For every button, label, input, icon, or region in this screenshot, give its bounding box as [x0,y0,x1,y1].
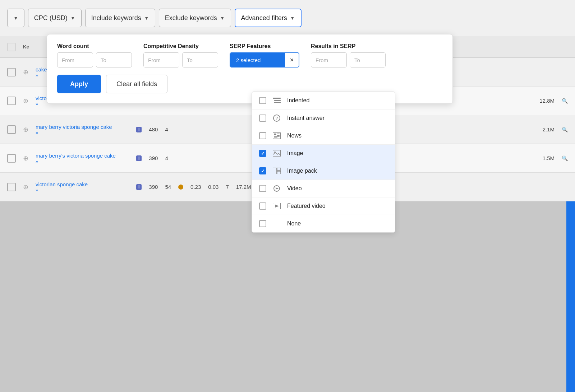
volume: 390 [149,155,158,161]
keyword-arrows: » [36,187,129,193]
featured-video-checkbox[interactable] [259,202,266,210]
col5: 7 [226,184,229,190]
expand-icon[interactable]: ⊕ [23,126,28,134]
svg-rect-1 [274,100,281,101]
results-in-serp-group: Results in SERP [311,43,386,67]
svg-marker-17 [276,187,279,190]
apply-button[interactable]: Apply [57,75,101,93]
instant-answer-checkbox[interactable] [259,115,266,122]
serp-option-video[interactable]: Video [252,180,395,197]
include-keywords-filter-btn[interactable]: Include keywords ▼ [85,9,155,27]
svg-rect-8 [277,135,280,136]
news-checkbox[interactable] [259,132,266,139]
news-label: News [287,132,302,139]
svg-rect-10 [274,137,277,138]
action-row: Apply Clear all fields [57,75,442,93]
row-checkbox[interactable] [7,125,16,134]
serp-option-none[interactable]: None [252,215,395,232]
exclude-keywords-filter-btn[interactable]: Exclude keywords ▼ [159,9,231,27]
image-icon [272,150,281,157]
filter-options-row: Word count Competitive Density SERP Feat… [57,43,442,67]
results: 12.8M [539,98,555,104]
serp-option-news[interactable]: News [252,127,395,145]
svg-text:?: ? [275,116,278,121]
image-checkbox[interactable] [259,150,266,157]
svg-rect-7 [277,134,280,134]
chevron-icon: ▼ [13,15,18,21]
image-pack-icon [272,167,281,174]
results-in-serp-inputs [311,52,386,67]
word-count-from-input[interactable] [57,52,93,67]
none-icon [272,220,281,227]
cpc-filter-btn[interactable]: CPC (USD) ▼ [28,9,82,27]
col2: 54 [165,184,171,190]
row-checkbox[interactable] [7,154,16,163]
expand-icon[interactable]: ⊕ [23,154,28,162]
cpc-chevron-icon: ▼ [70,15,75,21]
serp-selected-box[interactable]: 2 selected × [230,52,299,67]
results-from-input[interactable] [311,52,347,67]
row-checkbox[interactable] [7,183,16,191]
none-checkbox[interactable] [259,220,266,227]
search-icon: 🔍 [562,98,568,104]
svg-rect-11 [273,150,281,157]
image-pack-checkbox[interactable] [259,167,266,174]
featured-video-label: Featured video [287,203,326,209]
advanced-filters-btn[interactable]: Advanced filters ▼ [235,9,302,27]
results: 1.5M [543,155,555,161]
serp-option-image[interactable]: Image [252,145,395,162]
results-in-serp-label: Results in SERP [311,43,386,50]
serp-clear-btn[interactable]: × [284,53,299,67]
expand-icon[interactable]: ⊕ [23,68,28,76]
image-pack-label: Image pack [287,168,317,174]
keyword-arrows: » [36,159,129,164]
image-label: Image [287,150,303,157]
keyword-text: mary berry victoria sponge cake [36,124,129,130]
word-count-to-input[interactable] [96,52,132,67]
indented-checkbox[interactable] [259,97,266,104]
svg-rect-6 [274,134,276,135]
keyword-cell: mary berry's victoria sponge cake » [36,153,129,164]
include-keywords-label: Include keywords [91,14,141,22]
expand-icon[interactable]: ⊕ [23,183,28,191]
svg-rect-9 [274,136,280,137]
difficulty-dot [178,185,183,190]
serp-features-label: SERP Features [230,43,299,50]
none-label: None [287,220,301,227]
volume: 480 [149,126,158,132]
comp-density-from-input[interactable] [143,52,179,67]
instant-answer-label: Instant answer [287,115,325,121]
advanced-chevron-icon: ▼ [290,15,295,21]
svg-rect-0 [273,98,281,99]
keyword-arrows: » [36,130,129,135]
serp-features-dropdown: Indented ? Instant answer News Image [252,92,395,233]
badge-i: I [136,184,142,190]
serp-option-indented[interactable]: Indented [252,92,395,109]
col4: 0.03 [208,184,218,190]
row-checkbox[interactable] [7,97,16,105]
results-to-input[interactable] [350,52,386,67]
col2: 4 [165,126,168,132]
instant-answer-icon: ? [272,115,281,122]
row-checkbox[interactable] [7,68,16,76]
clear-all-fields-button[interactable]: Clear all fields [106,75,167,93]
volume: 390 [149,184,158,190]
dropdown-arrow-btn[interactable]: ▼ [7,9,24,27]
video-checkbox[interactable] [259,185,266,192]
serp-option-featured-video[interactable]: Featured video [252,197,395,215]
serp-option-instant-answer[interactable]: ? Instant answer [252,109,395,127]
svg-rect-2 [274,102,281,103]
expand-icon[interactable]: ⊕ [23,97,28,105]
search-icon: 🔍 [562,155,568,161]
include-chevron-icon: ▼ [144,15,149,21]
col3: 0.23 [190,184,201,190]
badge-i: I [136,155,142,161]
comp-density-to-input[interactable] [182,52,218,67]
advanced-filters-label: Advanced filters [241,14,287,22]
svg-marker-19 [275,205,279,207]
results: 17.2M [236,184,251,190]
badge-i: I [136,127,142,132]
serp-option-image-pack[interactable]: Image pack [252,162,395,180]
word-count-inputs [57,52,132,67]
exclude-keywords-label: Exclude keywords [165,14,217,22]
